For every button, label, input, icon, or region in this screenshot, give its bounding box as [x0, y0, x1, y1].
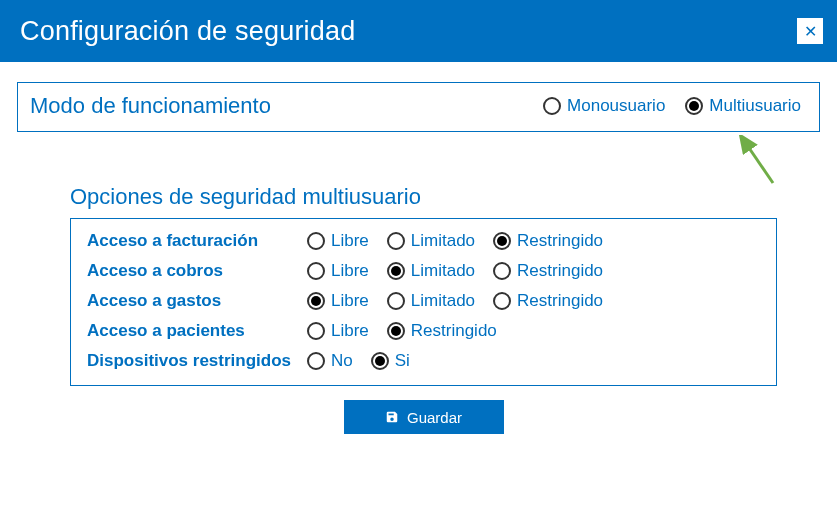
pacientes-libre[interactable]: Libre	[307, 321, 369, 341]
radio-icon	[387, 292, 405, 310]
close-icon: ✕	[804, 22, 817, 41]
dispositivos-no[interactable]: No	[307, 351, 353, 371]
radio-label: Restringido	[517, 261, 603, 281]
radio-icon	[493, 232, 511, 250]
facturacion-libre[interactable]: Libre	[307, 231, 369, 251]
window-title: Configuración de seguridad	[20, 16, 355, 47]
row-pacientes: Acceso a pacientes Libre Restringido	[87, 321, 760, 341]
radio-icon	[493, 262, 511, 280]
radio-icon	[371, 352, 389, 370]
titlebar: Configuración de seguridad ✕	[0, 0, 837, 62]
radio-label: Restringido	[411, 321, 497, 341]
radio-label: Si	[395, 351, 410, 371]
radio-label: Libre	[331, 291, 369, 311]
radio-label: Restringido	[517, 291, 603, 311]
annotation-arrow-icon	[735, 135, 785, 190]
save-button-label: Guardar	[407, 409, 462, 426]
svg-line-0	[747, 145, 773, 183]
save-button[interactable]: Guardar	[344, 400, 504, 434]
cobros-limitado[interactable]: Limitado	[387, 261, 475, 281]
mode-label: Modo de funcionamiento	[30, 93, 271, 119]
row-facturacion: Acceso a facturación Libre Limitado Rest…	[87, 231, 760, 251]
mode-option-mono[interactable]: Monousuario	[543, 96, 665, 116]
radio-label: No	[331, 351, 353, 371]
radio-icon	[307, 322, 325, 340]
cobros-restringido[interactable]: Restringido	[493, 261, 603, 281]
row-label: Dispositivos restringidos	[87, 351, 307, 371]
row-dispositivos: Dispositivos restringidos No Si	[87, 351, 760, 371]
radio-label: Libre	[331, 231, 369, 251]
dispositivos-si[interactable]: Si	[371, 351, 410, 371]
row-label: Acceso a pacientes	[87, 321, 307, 341]
radio-label: Libre	[331, 321, 369, 341]
radio-label: Limitado	[411, 291, 475, 311]
facturacion-limitado[interactable]: Limitado	[387, 231, 475, 251]
radio-icon	[387, 232, 405, 250]
facturacion-restringido[interactable]: Restringido	[493, 231, 603, 251]
row-label: Acceso a cobros	[87, 261, 307, 281]
row-gastos: Acceso a gastos Libre Limitado Restringi…	[87, 291, 760, 311]
radio-icon	[387, 262, 405, 280]
gastos-libre[interactable]: Libre	[307, 291, 369, 311]
radio-icon	[685, 97, 703, 115]
pacientes-restringido[interactable]: Restringido	[387, 321, 497, 341]
radio-label: Libre	[331, 261, 369, 281]
gastos-restringido[interactable]: Restringido	[493, 291, 603, 311]
row-radios: No Si	[307, 351, 410, 371]
radio-label: Multiusuario	[709, 96, 801, 116]
radio-icon	[307, 232, 325, 250]
radio-label: Limitado	[411, 261, 475, 281]
radio-label: Monousuario	[567, 96, 665, 116]
row-radios: Libre Limitado Restringido	[307, 261, 603, 281]
row-radios: Libre Limitado Restringido	[307, 231, 603, 251]
multiuser-options-panel: Acceso a facturación Libre Limitado Rest…	[70, 218, 777, 386]
mode-option-multi[interactable]: Multiusuario	[685, 96, 801, 116]
mode-panel: Modo de funcionamiento Monousuario Multi…	[17, 82, 820, 132]
row-cobros: Acceso a cobros Libre Limitado Restringi…	[87, 261, 760, 281]
multiuser-options-title: Opciones de seguridad multiusuario	[70, 184, 777, 210]
radio-icon	[307, 292, 325, 310]
radio-label: Limitado	[411, 231, 475, 251]
save-icon	[385, 410, 399, 424]
row-label: Acceso a gastos	[87, 291, 307, 311]
radio-icon	[387, 322, 405, 340]
row-radios: Libre Restringido	[307, 321, 497, 341]
radio-icon	[543, 97, 561, 115]
radio-icon	[493, 292, 511, 310]
radio-label: Restringido	[517, 231, 603, 251]
row-label: Acceso a facturación	[87, 231, 307, 251]
row-radios: Libre Limitado Restringido	[307, 291, 603, 311]
radio-icon	[307, 262, 325, 280]
multiuser-options-section: Opciones de seguridad multiusuario Acces…	[70, 184, 777, 434]
radio-icon	[307, 352, 325, 370]
mode-radio-group: Monousuario Multiusuario	[543, 96, 801, 116]
cobros-libre[interactable]: Libre	[307, 261, 369, 281]
close-button[interactable]: ✕	[797, 18, 823, 44]
gastos-limitado[interactable]: Limitado	[387, 291, 475, 311]
